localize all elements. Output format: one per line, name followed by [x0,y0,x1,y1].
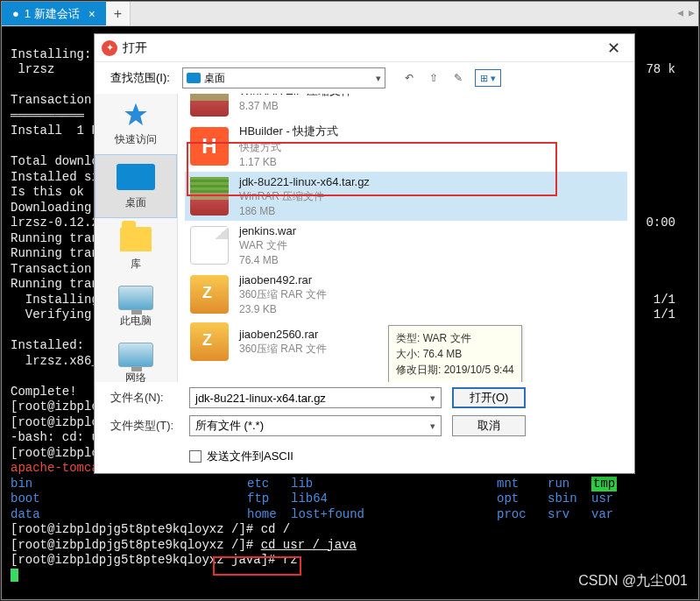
file-name: jenkins.war [239,224,296,237]
file-size: 8.37 MB [239,100,352,112]
file-item[interactable]: jiaoben492.rar360压缩 RAR 文件23.9 KB [185,270,627,319]
tab-prev-icon[interactable]: ◂ [677,5,683,19]
watermark: CSDN @九尘001 [578,572,688,590]
folder-icon [120,227,152,251]
place-network[interactable]: 网络 [95,336,177,382]
filetype-combo[interactable]: 所有文件 (*.*) ▾ [189,415,442,436]
lookin-label: 查找范围(I): [110,70,170,86]
new-folder-icon[interactable]: ✎ [450,70,466,86]
file-item[interactable]: WinRAR ZIP 压缩文件8.37 MB [185,94,627,120]
war-file-icon [190,226,229,265]
file-name: WinRAR ZIP 压缩文件 [239,94,352,99]
ascii-label: 发送文件到ASCII [207,449,293,464]
new-tab-button[interactable]: + [106,2,131,25]
place-library[interactable]: 库 [95,218,177,279]
file-name: HBuilder - 快捷方式 [239,124,338,139]
close-icon[interactable]: ✕ [600,37,627,60]
chevron-down-icon: ▾ [376,73,381,84]
tab-title: 1 新建会话 [25,6,80,22]
view-mode-button[interactable]: ⊞ ▾ [475,69,501,87]
chevron-down-icon: ▾ [430,421,435,432]
filetype-label: 文件类型(T): [110,418,179,434]
dialog-titlebar[interactable]: ✦ 打开 ✕ [95,34,634,62]
file-item[interactable]: jenkins.warWAR 文件76.4 MB [185,221,627,270]
file-size: 23.9 KB [239,303,327,315]
chevron-down-icon: ▾ [430,392,435,404]
tab-close-icon[interactable]: × [88,7,95,21]
zip360-file-icon [190,275,229,314]
file-type: 360压缩 RAR 文件 [239,287,327,302]
network-icon [118,343,153,367]
file-name: jiaoben2560.rar [239,328,327,341]
dialog-title: 打开 [123,40,600,56]
tab-next-icon[interactable]: ▸ [689,5,695,19]
session-tab[interactable]: ● 1 新建会话 × [2,2,106,25]
filename-input[interactable]: jdk-8u221-linux-x64.tar.gz ▾ [189,387,442,408]
place-desktop[interactable]: 桌面 [95,154,177,218]
file-name: jiaoben492.rar [239,273,327,286]
file-size: 186 MB [239,205,370,217]
annotation-highlight-file [187,142,557,196]
terminal-cursor [11,569,18,582]
ascii-checkbox[interactable] [189,450,202,463]
lookin-combo[interactable]: 桌面 ▾ [182,67,385,88]
computer-icon [118,286,153,310]
rar-file-icon [190,94,229,117]
file-size: 76.4 MB [239,254,296,266]
file-listing[interactable]: WinRAR ZIP 压缩文件8.37 MBHHBuilder - 快捷方式快捷… [178,94,634,382]
app-icon: ✦ [102,40,117,56]
cancel-button[interactable]: 取消 [452,415,526,436]
lookin-value: 桌面 [204,71,225,86]
place-quick-access[interactable]: 快速访问 [95,95,177,154]
file-type: WAR 文件 [239,238,296,253]
star-icon [122,101,150,129]
file-type: 360压缩 RAR 文件 [239,342,327,357]
zip360-file-icon [190,322,229,361]
desktop-icon [187,73,201,83]
filename-label: 文件名(N): [110,390,179,406]
place-thispc[interactable]: 此电脑 [95,279,177,336]
tab-status-dot: ● [12,7,19,20]
open-button[interactable]: 打开(O) [452,387,526,408]
up-icon[interactable]: ⇧ [426,70,442,86]
back-icon[interactable]: ↶ [401,70,417,86]
file-tooltip: 类型: WAR 文件 大小: 76.4 MB 修改日期: 2019/10/5 9… [388,325,522,382]
places-sidebar: 快速访问 桌面 库 此电脑 网络 [95,94,178,382]
desktop-big-icon [117,164,155,190]
file-open-dialog: ✦ 打开 ✕ 查找范围(I): 桌面 ▾ ↶ ⇧ ✎ ⊞ ▾ 快速访问 桌面 [94,33,635,474]
annotation-highlight-rz [213,556,301,576]
